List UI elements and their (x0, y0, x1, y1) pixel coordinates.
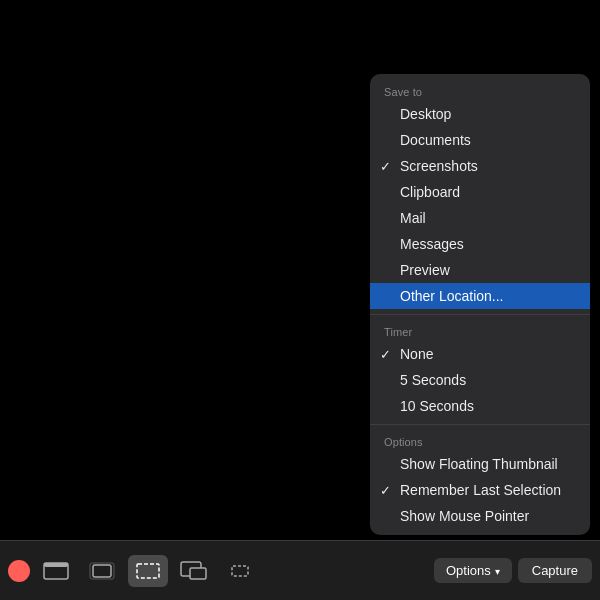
menu-item-mail[interactable]: Mail (370, 205, 590, 231)
menu-item-clipboard[interactable]: Clipboard (370, 179, 590, 205)
menu-item-other-location[interactable]: Other Location... (370, 283, 590, 309)
checkmark-icon: ✓ (380, 347, 391, 362)
menu-item-remember-last-selection[interactable]: ✓Remember Last Selection (370, 477, 590, 503)
toolbar: Options ▾ Capture (0, 540, 600, 600)
menu-section-label-0: Save to (370, 80, 590, 101)
svg-rect-4 (137, 564, 159, 578)
menu-divider-1 (370, 424, 590, 425)
svg-rect-7 (232, 566, 248, 576)
menu-item-label: Documents (400, 132, 471, 148)
menu-item-label: Clipboard (400, 184, 460, 200)
menu-item-10-seconds[interactable]: 10 Seconds (370, 393, 590, 419)
capture-button[interactable]: Capture (518, 558, 592, 583)
chevron-down-icon: ▾ (495, 566, 500, 577)
menu-item-label: Remember Last Selection (400, 482, 561, 498)
menu-item-label: Messages (400, 236, 464, 252)
menu-item-show-floating-thumbnail[interactable]: Show Floating Thumbnail (370, 451, 590, 477)
menu-item-documents[interactable]: Documents (370, 127, 590, 153)
screen-window-button[interactable] (174, 555, 214, 587)
small-selection-button[interactable] (220, 555, 260, 587)
selection-button[interactable] (128, 555, 168, 587)
menu-item-label: Preview (400, 262, 450, 278)
menu-item-label: None (400, 346, 433, 362)
svg-rect-6 (190, 568, 206, 579)
menu-item-messages[interactable]: Messages (370, 231, 590, 257)
toolbar-right: Options ▾ Capture (434, 558, 592, 583)
checkmark-icon: ✓ (380, 483, 391, 498)
window-capture-button[interactable] (36, 555, 76, 587)
menu-item-label: Show Mouse Pointer (400, 508, 529, 524)
menu-divider-0 (370, 314, 590, 315)
menu-item-label: 5 Seconds (400, 372, 466, 388)
close-button[interactable] (8, 560, 30, 582)
menu-item-label: Screenshots (400, 158, 478, 174)
menu-section-label-2: Options (370, 430, 590, 451)
options-button[interactable]: Options ▾ (434, 558, 512, 583)
menu-item-label: Desktop (400, 106, 451, 122)
menu-item-5-seconds[interactable]: 5 Seconds (370, 367, 590, 393)
menu-item-label: Other Location... (400, 288, 504, 304)
menu-item-none[interactable]: ✓None (370, 341, 590, 367)
menu-item-show-mouse-pointer[interactable]: Show Mouse Pointer (370, 503, 590, 529)
menu-item-screenshots[interactable]: ✓Screenshots (370, 153, 590, 179)
svg-rect-1 (44, 563, 68, 567)
menu-item-label: 10 Seconds (400, 398, 474, 414)
menu-section-label-1: Timer (370, 320, 590, 341)
menu-item-label: Mail (400, 210, 426, 226)
toolbar-left (8, 555, 260, 587)
options-label: Options (446, 563, 491, 578)
window-focus-button[interactable] (82, 555, 122, 587)
checkmark-icon: ✓ (380, 159, 391, 174)
dropdown-menu: Save toDesktopDocuments✓ScreenshotsClipb… (370, 74, 590, 535)
menu-item-preview[interactable]: Preview (370, 257, 590, 283)
svg-rect-2 (93, 565, 111, 577)
menu-item-desktop[interactable]: Desktop (370, 101, 590, 127)
menu-item-label: Show Floating Thumbnail (400, 456, 558, 472)
